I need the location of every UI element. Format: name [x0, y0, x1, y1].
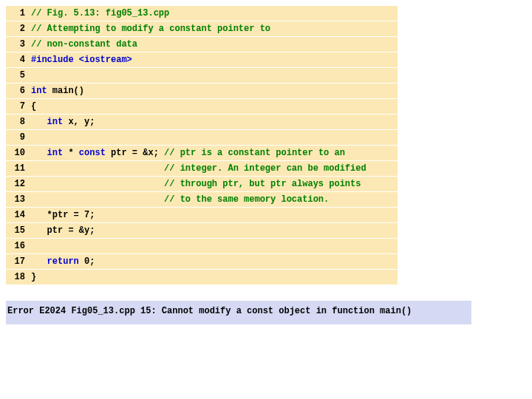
code-row: 11 // integer. An integer can be modifie… [6, 161, 398, 177]
line-number: 12 [6, 179, 30, 189]
code-cell: // Fig. 5.13: fig05_13.cpp [30, 8, 169, 18]
code-cell [30, 241, 36, 251]
code-row: 10 int * const ptr = &x; // ptr is a con… [6, 146, 398, 161]
code-cell: { [30, 101, 36, 112]
line-number: 10 [6, 148, 30, 158]
line-number: 2 [6, 24, 30, 34]
code-cell: } [30, 272, 36, 282]
line-number: 4 [6, 55, 30, 65]
code-cell: int x, y; [30, 117, 95, 127]
code-row: 9 [6, 130, 398, 146]
line-number: 6 [6, 86, 30, 96]
code-row: 8 int x, y; [6, 115, 398, 130]
error-text: Error E2024 Fig05_13.cpp 15: Cannot modi… [7, 306, 412, 316]
code-row: 16 [6, 239, 398, 254]
code-row: 5 [6, 68, 398, 83]
line-number: 9 [6, 132, 30, 143]
line-number: 18 [6, 272, 30, 282]
code-cell: // Attempting to modify a constant point… [30, 24, 270, 34]
line-number: 15 [6, 225, 30, 236]
line-number: 5 [6, 70, 30, 81]
code-cell: // integer. An integer can be modified [30, 163, 366, 174]
code-cell: ptr = &y; [30, 225, 95, 236]
code-cell: int main() [30, 86, 84, 96]
code-cell: // to the same memory location. [30, 194, 329, 205]
code-cell: // through ptr, but ptr always points [30, 179, 361, 189]
code-cell: *ptr = 7; [30, 210, 95, 220]
line-number: 8 [6, 117, 30, 127]
line-number: 11 [6, 163, 30, 174]
line-number: 17 [6, 256, 30, 267]
line-number: 16 [6, 241, 30, 251]
code-row: 14 *ptr = 7; [6, 208, 398, 223]
code-cell [30, 70, 36, 81]
line-number: 13 [6, 194, 30, 205]
code-row: 12 // through ptr, but ptr always points [6, 177, 398, 192]
code-cell: #include <iostream> [30, 55, 132, 65]
compiler-error: Error E2024 Fig05_13.cpp 15: Cannot modi… [6, 301, 471, 324]
code-cell: // non-constant data [30, 39, 137, 50]
code-row: 6int main() [6, 83, 398, 99]
code-row: 4#include <iostream> [6, 52, 398, 68]
code-cell: return 0; [30, 256, 95, 267]
code-row: 17 return 0; [6, 254, 398, 270]
code-cell: int * const ptr = &x; // ptr is a consta… [30, 148, 345, 158]
line-number: 3 [6, 39, 30, 50]
code-row: 1// Fig. 5.13: fig05_13.cpp [6, 6, 398, 21]
code-cell [30, 132, 36, 143]
code-row: 18} [6, 270, 398, 284]
code-listing: 1// Fig. 5.13: fig05_13.cpp2// Attemptin… [6, 6, 398, 284]
code-row: 2// Attempting to modify a constant poin… [6, 21, 398, 37]
code-row: 13 // to the same memory location. [6, 192, 398, 208]
code-row: 15 ptr = &y; [6, 223, 398, 239]
line-number: 14 [6, 210, 30, 220]
code-row: 3// non-constant data [6, 37, 398, 52]
code-row: 7{ [6, 99, 398, 115]
line-number: 7 [6, 101, 30, 112]
line-number: 1 [6, 8, 30, 18]
